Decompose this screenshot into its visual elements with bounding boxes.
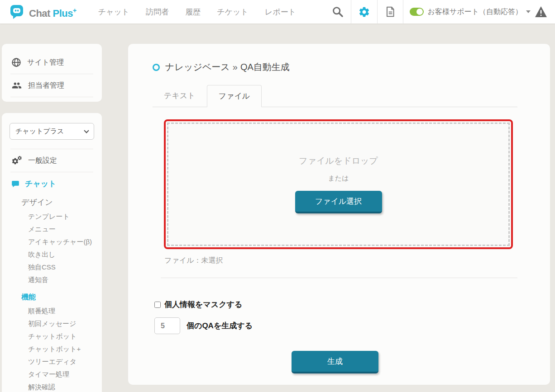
- nav-chat[interactable]: チャット: [98, 7, 130, 17]
- notes-button[interactable]: [377, 0, 403, 24]
- file-status-text: ファイル：未選択: [164, 256, 517, 265]
- chevron-down-icon: [526, 10, 531, 13]
- sidebar-item-notification-sound[interactable]: 通知音: [2, 274, 102, 286]
- nav-visitors[interactable]: 訪問者: [146, 7, 169, 17]
- search-button[interactable]: [325, 0, 351, 24]
- site-select-value: チャットプラス: [15, 127, 64, 136]
- sidebar-item-site-management[interactable]: サイト管理: [2, 51, 102, 74]
- brand-name: Chat Plus+: [29, 3, 77, 21]
- breadcrumb: ナレッジベース»QA自動生成: [153, 61, 517, 73]
- qa-count-row: 個のQAを生成する: [154, 317, 517, 334]
- sidebar-item-first-message[interactable]: 初回メッセージ: [2, 317, 102, 330]
- sidebar-group-design[interactable]: デザイン: [2, 194, 102, 210]
- nav-history[interactable]: 履歴: [185, 7, 201, 17]
- divider: [10, 97, 93, 97]
- sidebar-item-queue-processing[interactable]: 順番処理: [2, 305, 102, 317]
- mask-personal-info-checkbox[interactable]: [154, 302, 161, 308]
- sidebar-item-agent-management[interactable]: 担当者管理: [2, 74, 102, 97]
- page-title: ナレッジベース»QA自動生成: [165, 61, 290, 73]
- sidebar-section-label: チャット: [25, 179, 57, 189]
- qa-count-label: 個のQAを生成する: [187, 321, 253, 331]
- file-dropzone[interactable]: ファイルをドロップ または ファイル選択: [164, 119, 513, 249]
- sidebar-section-chat[interactable]: チャット: [2, 172, 102, 194]
- warning-icon[interactable]: [535, 6, 547, 17]
- sidebar-item-eyecatcher[interactable]: アイキャッチャー(β): [2, 236, 102, 248]
- dropzone-hint: ファイルをドロップ: [299, 155, 378, 167]
- navbar-right: お客様サポート（自動応答）: [325, 0, 555, 24]
- account-dropdown[interactable]: お客様サポート（自動応答）: [403, 0, 555, 24]
- sidebar-item-label: 一般設定: [28, 156, 57, 165]
- online-status-toggle-icon: [410, 8, 424, 16]
- tab-file[interactable]: ファイル: [207, 85, 262, 107]
- section-circle-icon: [153, 64, 160, 71]
- sidebar-item-label: サイト管理: [27, 58, 64, 67]
- sidebar-admin-card: サイト管理 担当者管理: [2, 44, 102, 102]
- file-select-button[interactable]: ファイル選択: [295, 191, 382, 213]
- sidebar-item-chatbot-plus[interactable]: チャットボット+: [2, 343, 102, 355]
- sidebar-item-menu[interactable]: メニュー: [2, 223, 102, 236]
- mask-option-row: 個人情報をマスクする: [154, 299, 517, 310]
- sidebar-item-chatbot[interactable]: チャットボット: [2, 330, 102, 343]
- sidebar-item-general-settings[interactable]: 一般設定: [2, 149, 102, 172]
- nav-tickets[interactable]: チケット: [217, 7, 249, 17]
- sidebar-item-label: 担当者管理: [28, 81, 64, 90]
- generate-button[interactable]: 生成: [292, 351, 378, 373]
- qa-count-input[interactable]: [154, 317, 180, 334]
- sidebar-group-features[interactable]: 機能: [2, 286, 102, 305]
- account-label: お客様サポート（自動応答）: [428, 7, 523, 17]
- chat-bubble-logo-icon: [10, 4, 25, 19]
- double-gear-icon: [11, 156, 22, 165]
- document-icon: [384, 6, 396, 18]
- settings-button[interactable]: [351, 0, 377, 24]
- main-content-card: ナレッジベース»QA自動生成 テキスト ファイル ファイルをドロップ または フ…: [128, 44, 550, 385]
- tab-text[interactable]: テキスト: [153, 85, 207, 107]
- nav-reports[interactable]: レポート: [265, 7, 296, 17]
- site-select[interactable]: チャットプラス: [10, 123, 94, 140]
- search-icon: [332, 6, 344, 18]
- divider: [161, 278, 517, 278]
- sidebar-item-custom-css[interactable]: 独自CSS: [2, 261, 102, 274]
- mask-checkbox-label: 個人情報をマスクする: [164, 299, 242, 310]
- main-nav: チャット 訪問者 履歴 チケット レポート: [98, 7, 312, 17]
- sidebar-item-timer-processing[interactable]: タイマー処理: [2, 368, 102, 381]
- people-group-icon: [11, 80, 22, 90]
- chatplus-logo[interactable]: Chat Plus+: [10, 3, 77, 21]
- dropzone-or-text: または: [328, 174, 349, 183]
- top-navbar: Chat Plus+ チャット 訪問者 履歴 チケット レポート: [0, 0, 555, 24]
- sidebar-item-resolution-check[interactable]: 解決確認: [2, 381, 102, 392]
- sidebar-settings-card: チャットプラス 一般設定 チャット デザイン テンプレート メニュー アイキャッ…: [2, 113, 102, 392]
- speech-bubble-icon: [11, 180, 19, 188]
- gear-icon: [358, 6, 370, 18]
- tabbar: テキスト ファイル: [153, 85, 517, 107]
- sidebar-item-balloon[interactable]: 吹き出し: [2, 248, 102, 261]
- sidebar-item-tree-editor[interactable]: ツリーエディタ: [2, 355, 102, 368]
- chevron-down-icon: [84, 128, 89, 133]
- globe-icon: [11, 57, 21, 67]
- sidebar-item-template[interactable]: テンプレート: [2, 210, 102, 223]
